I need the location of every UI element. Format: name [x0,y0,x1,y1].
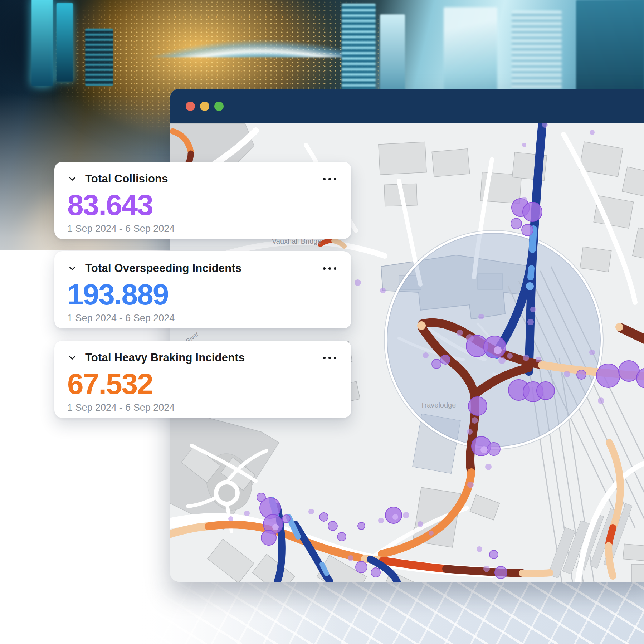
ellipsis-menu-icon[interactable] [322,176,337,182]
card-total-heavy-braking: Total Heavy Braking Incidents 67.532 1 S… [54,341,351,418]
ellipsis-menu-icon[interactable] [322,265,337,272]
card-header[interactable]: Total Overspeeding Incidents [67,262,337,275]
window-titlebar[interactable] [170,89,644,123]
card-value: 193.889 [67,280,337,309]
card-header[interactable]: Total Collisions [67,172,337,185]
faded-map-reflection [136,582,644,644]
card-title: Total Collisions [85,172,168,185]
card-date-range: 1 Sep 2024 - 6 Sep 2024 [67,223,337,234]
card-title: Total Heavy Braking Incidents [85,351,245,364]
minimize-window-button[interactable] [200,102,209,111]
travelodge-label: Travelodge [420,401,456,409]
chevron-down-icon[interactable] [67,353,77,363]
card-date-range: 1 Sep 2024 - 6 Sep 2024 [67,313,337,324]
card-title: Total Overspeeding Incidents [85,262,241,275]
card-value: 83.643 [67,190,337,220]
card-total-overspeeding: Total Overspeeding Incidents 193.889 1 S… [54,251,351,328]
card-total-collisions: Total Collisions 83.643 1 Sep 2024 - 6 S… [54,162,351,239]
ellipsis-menu-icon[interactable] [322,355,337,361]
photo-tower [57,3,73,82]
photo-highway-streak [150,0,372,57]
chevron-down-icon[interactable] [67,174,77,184]
card-header[interactable]: Total Heavy Braking Incidents [67,351,337,364]
photo-tower [85,29,113,86]
window-controls [186,102,224,111]
close-window-button[interactable] [186,102,195,111]
photo-tower [31,0,53,86]
chevron-down-icon[interactable] [67,263,77,273]
maximize-window-button[interactable] [214,102,224,111]
card-value: 67.532 [67,369,337,399]
card-date-range: 1 Sep 2024 - 6 Sep 2024 [67,402,337,413]
page: Vauxhall Bridge Travelodge River Total C… [0,0,644,644]
